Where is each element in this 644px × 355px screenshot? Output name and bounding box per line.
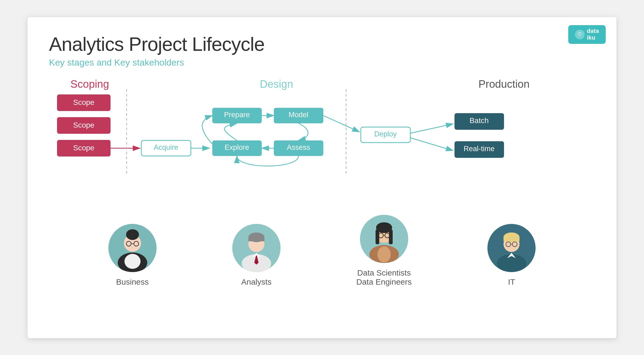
persona-it-label: IT (508, 277, 515, 287)
svg-rect-20 (248, 237, 264, 241)
svg-point-32 (497, 254, 526, 272)
page-title: Analytics Project Lifecycle (49, 33, 595, 55)
prepare-label: Prepare (224, 111, 250, 119)
batch-label: Batch (469, 116, 489, 125)
realtime-label: Real-time (464, 145, 495, 153)
explore-to-prepare-arrow (225, 123, 237, 140)
personas-row: Business Analy (49, 215, 595, 287)
deploy-to-realtime-arrow (410, 138, 453, 151)
avatar-business-svg (108, 224, 157, 272)
avatar-business (108, 224, 157, 272)
persona-business: Business (108, 224, 157, 287)
persona-analysts-label: Analysts (241, 277, 271, 287)
svg-point-9 (129, 230, 136, 237)
svg-point-23 (377, 246, 391, 262)
deploy-label: Deploy (374, 130, 397, 138)
assess-label: Assess (287, 143, 310, 151)
model-to-deploy-arrow (323, 116, 359, 132)
avatar-data-scientists (360, 215, 408, 263)
logo: ⏱ dataiku (568, 25, 606, 44)
svg-point-6 (124, 254, 141, 269)
avatar-it (487, 224, 536, 272)
production-label: Production (478, 78, 529, 90)
persona-it: IT (487, 224, 536, 287)
acquire-label: Acquire (154, 143, 178, 151)
scoping-label: Scoping (70, 78, 109, 90)
avatar-analysts (232, 224, 281, 272)
deploy-to-batch-arrow (410, 124, 453, 133)
cycle-up-arrow (202, 116, 213, 144)
explore-label: Explore (225, 143, 249, 151)
page-subtitle: Key stages and Key stakeholders (49, 57, 595, 68)
avatar-data-scientists-svg (360, 215, 408, 263)
model-to-assess-arrow (298, 123, 308, 140)
logo-text: dataiku (587, 28, 599, 41)
lifecycle-diagram: Scoping Scope Scope Scope Design Acquire… (49, 73, 611, 207)
scope-label-2: Scope (73, 121, 94, 129)
cycle-bottom-arrow (237, 156, 298, 166)
slide-container: ⏱ dataiku Analytics Project Lifecycle Ke… (28, 17, 616, 338)
header: Analytics Project Lifecycle Key stages a… (49, 33, 595, 68)
scope-label-1: Scope (73, 98, 94, 106)
avatar-it-svg (487, 224, 536, 272)
svg-rect-36 (503, 237, 520, 241)
persona-data-scientists: Data Scientists Data Engineers (356, 215, 412, 287)
logo-icon: ⏱ (575, 30, 585, 39)
persona-analysts: Analysts (232, 224, 281, 287)
scope-label-3: Scope (73, 144, 94, 152)
persona-business-label: Business (116, 277, 149, 287)
avatar-analysts-svg (232, 224, 281, 272)
model-label: Model (289, 111, 308, 119)
design-label: Design (260, 78, 293, 90)
persona-data-scientists-label: Data Scientists Data Engineers (356, 268, 412, 287)
